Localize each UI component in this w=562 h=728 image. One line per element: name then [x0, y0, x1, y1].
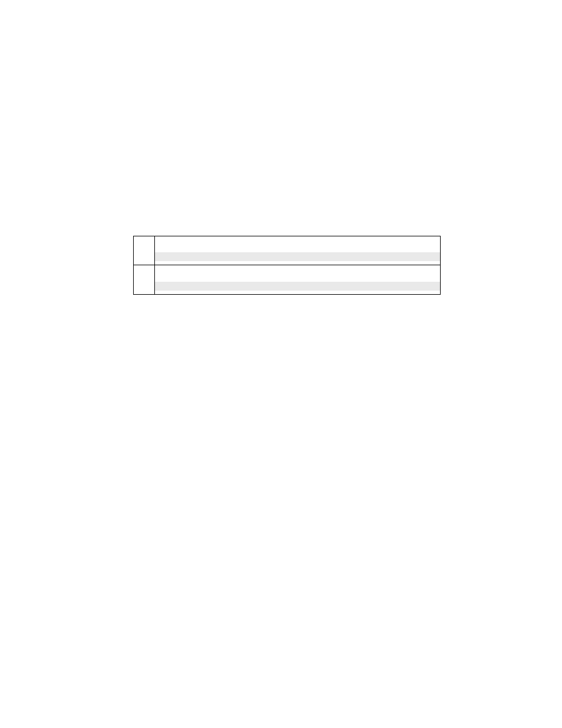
table-cell-right — [155, 265, 440, 294]
table-cell-left — [134, 236, 155, 265]
highlight-bar — [155, 252, 440, 261]
table — [133, 236, 441, 295]
table-row — [134, 236, 440, 265]
table-cell-right — [155, 236, 440, 265]
highlight-bar — [155, 282, 440, 291]
table-row — [134, 265, 440, 294]
table-cell-left — [134, 265, 155, 294]
